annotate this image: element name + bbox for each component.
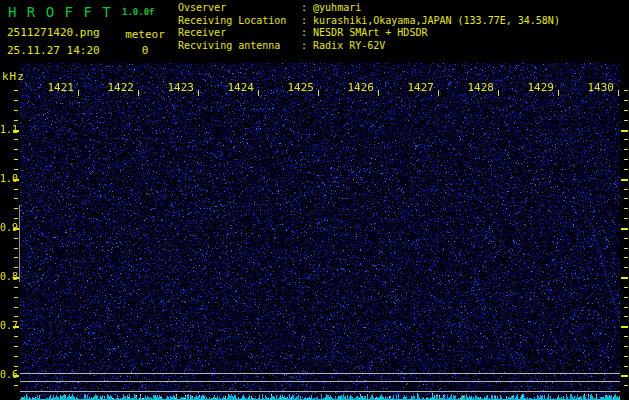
freq-minor-tick bbox=[14, 385, 18, 386]
app-version: 1.0.0f bbox=[122, 7, 155, 17]
freq-minor-tick-right bbox=[624, 307, 628, 308]
freq-minor-tick bbox=[14, 189, 18, 190]
info-row: Ovserver : @yuhmari bbox=[178, 2, 560, 15]
freq-tick-label: 0.8 bbox=[0, 271, 12, 282]
freq-minor-tick-right bbox=[624, 100, 628, 101]
freq-tick-label: 1.0 bbox=[0, 173, 12, 184]
info-value: kurashiki,Okayama,JAPAN (133.77E, 34.58N… bbox=[313, 15, 560, 26]
freq-minor-tick bbox=[14, 149, 18, 150]
info-separator: : bbox=[295, 27, 313, 38]
info-label: Receiving Location bbox=[178, 15, 295, 28]
freq-tick-right bbox=[621, 277, 628, 279]
freq-tick-right bbox=[621, 228, 628, 230]
carrier-line bbox=[20, 373, 620, 374]
freq-tick-label: 1.1 bbox=[0, 124, 12, 135]
freq-minor-tick-right bbox=[624, 149, 628, 150]
carrier-line bbox=[20, 391, 620, 392]
freq-tick-right bbox=[621, 179, 628, 181]
time-tick-label: 1421 bbox=[34, 81, 74, 94]
freq-tick-label: 0.7 bbox=[0, 320, 12, 331]
freq-minor-tick bbox=[14, 169, 18, 170]
info-label: Recviving antenna bbox=[178, 40, 295, 53]
freq-minor-tick bbox=[14, 336, 18, 337]
freq-minor-tick bbox=[14, 218, 18, 219]
info-value: Radix RY-62V bbox=[313, 40, 385, 51]
freq-minor-tick-right bbox=[624, 366, 628, 367]
app-title: H R O F F T bbox=[8, 4, 112, 20]
freq-minor-tick-right bbox=[624, 120, 628, 121]
info-label: Receiver bbox=[178, 27, 295, 40]
info-block: Ovserver : @yuhmariReceiving Location : … bbox=[178, 2, 560, 53]
freq-minor-tick bbox=[14, 110, 18, 111]
freq-minor-tick-right bbox=[624, 287, 628, 288]
info-row: Receiving Location : kurashiki,Okayama,J… bbox=[178, 15, 560, 28]
freq-unit-label: kHz bbox=[2, 70, 25, 83]
freq-minor-tick-right bbox=[624, 139, 628, 140]
carrier-line bbox=[20, 381, 620, 382]
freq-minor-tick-right bbox=[624, 257, 628, 258]
freq-tick-right bbox=[621, 326, 628, 328]
freq-minor-tick-right bbox=[624, 218, 628, 219]
time-tick bbox=[618, 90, 619, 96]
spectrogram-canvas bbox=[20, 63, 620, 400]
freq-minor-tick-right bbox=[624, 159, 628, 160]
freq-minor-tick bbox=[14, 208, 18, 209]
time-tick bbox=[258, 90, 259, 96]
freq-tick-right bbox=[621, 130, 628, 132]
meteor-count-label: meteor bbox=[112, 28, 178, 41]
freq-minor-tick bbox=[14, 356, 18, 357]
time-tick bbox=[198, 90, 199, 96]
freq-minor-tick-right bbox=[624, 198, 628, 199]
freq-tick bbox=[13, 375, 19, 377]
time-tick bbox=[438, 90, 439, 96]
timestamp: 25.11.27 14:20 bbox=[7, 44, 100, 57]
info-row: Recviving antenna : Radix RY-62V bbox=[178, 40, 560, 53]
freq-tick bbox=[13, 130, 19, 132]
freq-minor-tick-right bbox=[624, 110, 628, 111]
freq-minor-tick bbox=[14, 198, 18, 199]
freq-tick-right bbox=[621, 375, 628, 377]
freq-minor-tick bbox=[14, 267, 18, 268]
freq-minor-tick bbox=[14, 238, 18, 239]
freq-minor-tick-right bbox=[624, 248, 628, 249]
freq-minor-tick bbox=[14, 90, 18, 91]
info-value: NESDR SMArt + HDSDR bbox=[313, 27, 427, 38]
time-tick-label: 1426 bbox=[334, 81, 374, 94]
meteor-count-value: 0 bbox=[112, 44, 178, 57]
freq-minor-tick-right bbox=[624, 336, 628, 337]
time-tick-label: 1425 bbox=[274, 81, 314, 94]
freq-minor-tick bbox=[14, 366, 18, 367]
info-separator: : bbox=[295, 15, 313, 26]
freq-minor-tick bbox=[14, 287, 18, 288]
freq-minor-tick bbox=[14, 346, 18, 347]
time-tick-label: 1430 bbox=[574, 81, 614, 94]
info-label: Ovserver bbox=[178, 2, 295, 15]
freq-tick-label: 0.6 bbox=[0, 369, 12, 380]
freq-minor-tick bbox=[14, 297, 18, 298]
freq-minor-tick-right bbox=[624, 208, 628, 209]
hrofft-output: H R O F F T 1.0.0f 2511271420.png meteor… bbox=[0, 0, 629, 400]
freq-minor-tick bbox=[14, 257, 18, 258]
info-value: @yuhmari bbox=[313, 2, 361, 13]
freq-minor-tick-right bbox=[624, 90, 628, 91]
freq-minor-tick-right bbox=[624, 316, 628, 317]
freq-tick bbox=[13, 326, 19, 328]
freq-minor-tick-right bbox=[624, 169, 628, 170]
freq-tick-label: 0.9 bbox=[0, 222, 12, 233]
freq-minor-tick bbox=[14, 100, 18, 101]
freq-minor-tick-right bbox=[624, 238, 628, 239]
output-filename: 2511271420.png bbox=[7, 26, 100, 39]
freq-minor-tick-right bbox=[624, 346, 628, 347]
time-tick bbox=[498, 90, 499, 96]
band-marker-line bbox=[19, 205, 20, 282]
time-tick-label: 1427 bbox=[394, 81, 434, 94]
time-tick-label: 1424 bbox=[214, 81, 254, 94]
time-tick bbox=[138, 90, 139, 96]
time-tick bbox=[318, 90, 319, 96]
freq-minor-tick-right bbox=[624, 385, 628, 386]
freq-minor-tick bbox=[14, 159, 18, 160]
freq-minor-tick-right bbox=[624, 297, 628, 298]
time-tick-label: 1422 bbox=[94, 81, 134, 94]
info-separator: : bbox=[295, 40, 313, 51]
info-row: Receiver : NESDR SMArt + HDSDR bbox=[178, 27, 560, 40]
